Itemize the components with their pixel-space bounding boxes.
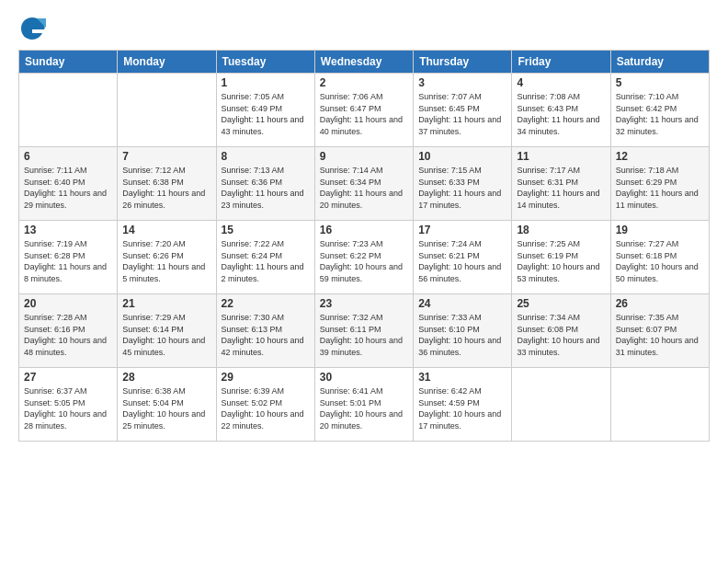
- day-info: Sunrise: 7:33 AM Sunset: 6:10 PM Dayligh…: [418, 312, 506, 358]
- day-info: Sunrise: 7:10 AM Sunset: 6:42 PM Dayligh…: [616, 91, 704, 137]
- day-info: Sunrise: 7:29 AM Sunset: 6:14 PM Dayligh…: [122, 312, 210, 358]
- day-info: Sunrise: 7:20 AM Sunset: 6:26 PM Dayligh…: [122, 238, 210, 284]
- day-number: 15: [222, 224, 310, 236]
- day-info: Sunrise: 7:34 AM Sunset: 6:08 PM Dayligh…: [517, 312, 605, 358]
- logo-icon: [18, 15, 46, 42]
- day-number: 21: [122, 297, 210, 310]
- day-info: Sunrise: 7:12 AM Sunset: 6:38 PM Dayligh…: [122, 165, 210, 211]
- day-info: Sunrise: 6:37 AM Sunset: 5:05 PM Dayligh…: [24, 385, 112, 431]
- day-info: Sunrise: 7:06 AM Sunset: 6:47 PM Dayligh…: [320, 91, 408, 137]
- calendar-day-cell: 7Sunrise: 7:12 AM Sunset: 6:38 PM Daylig…: [118, 147, 216, 221]
- calendar-day-cell: 31Sunrise: 6:42 AM Sunset: 4:59 PM Dayli…: [414, 368, 512, 442]
- calendar-day-cell: 13Sunrise: 7:19 AM Sunset: 6:28 PM Dayli…: [19, 221, 118, 294]
- calendar-week-row: 20Sunrise: 7:28 AM Sunset: 6:16 PM Dayli…: [19, 294, 710, 368]
- day-info: Sunrise: 7:25 AM Sunset: 6:19 PM Dayligh…: [517, 238, 605, 284]
- calendar-day-cell: 25Sunrise: 7:34 AM Sunset: 6:08 PM Dayli…: [512, 294, 610, 368]
- day-info: Sunrise: 6:42 AM Sunset: 4:59 PM Dayligh…: [418, 385, 506, 431]
- calendar-day-cell: 5Sunrise: 7:10 AM Sunset: 6:42 PM Daylig…: [610, 74, 709, 147]
- calendar-day-cell: 23Sunrise: 7:32 AM Sunset: 6:11 PM Dayli…: [314, 294, 413, 368]
- calendar-day-cell: 24Sunrise: 7:33 AM Sunset: 6:10 PM Dayli…: [414, 294, 512, 368]
- day-number: 27: [24, 371, 112, 384]
- calendar-day-cell: 21Sunrise: 7:29 AM Sunset: 6:14 PM Dayli…: [118, 294, 216, 368]
- day-number: 25: [517, 297, 605, 310]
- calendar-day-cell: 8Sunrise: 7:13 AM Sunset: 6:36 PM Daylig…: [216, 147, 314, 221]
- day-number: 6: [24, 150, 112, 163]
- calendar-day-cell: 18Sunrise: 7:25 AM Sunset: 6:19 PM Dayli…: [512, 221, 610, 294]
- header: [18, 15, 710, 42]
- calendar-day-cell: 16Sunrise: 7:23 AM Sunset: 6:22 PM Dayli…: [314, 221, 413, 294]
- day-info: Sunrise: 6:41 AM Sunset: 5:01 PM Dayligh…: [320, 385, 408, 431]
- day-number: 12: [616, 150, 704, 163]
- calendar-week-row: 13Sunrise: 7:19 AM Sunset: 6:28 PM Dayli…: [19, 221, 710, 294]
- calendar-day-cell: [118, 74, 216, 147]
- day-number: 3: [418, 76, 506, 89]
- calendar-day-cell: 20Sunrise: 7:28 AM Sunset: 6:16 PM Dayli…: [19, 294, 118, 368]
- calendar-day-cell: [19, 74, 118, 147]
- calendar-day-cell: 17Sunrise: 7:24 AM Sunset: 6:21 PM Dayli…: [414, 221, 512, 294]
- day-number: 5: [616, 76, 704, 89]
- calendar-day-cell: 22Sunrise: 7:30 AM Sunset: 6:13 PM Dayli…: [216, 294, 314, 368]
- weekday-header-wednesday: Wednesday: [314, 51, 413, 74]
- day-info: Sunrise: 7:23 AM Sunset: 6:22 PM Dayligh…: [320, 238, 408, 284]
- day-number: 26: [616, 297, 704, 310]
- day-number: 18: [517, 224, 605, 236]
- calendar-week-row: 6Sunrise: 7:11 AM Sunset: 6:40 PM Daylig…: [19, 147, 710, 221]
- weekday-header-row: SundayMondayTuesdayWednesdayThursdayFrid…: [19, 51, 710, 74]
- day-info: Sunrise: 7:22 AM Sunset: 6:24 PM Dayligh…: [222, 238, 310, 284]
- calendar-day-cell: 12Sunrise: 7:18 AM Sunset: 6:29 PM Dayli…: [610, 147, 709, 221]
- weekday-header-sunday: Sunday: [19, 51, 118, 74]
- calendar-day-cell: 19Sunrise: 7:27 AM Sunset: 6:18 PM Dayli…: [610, 221, 709, 294]
- day-number: 14: [122, 224, 210, 236]
- day-info: Sunrise: 7:27 AM Sunset: 6:18 PM Dayligh…: [616, 238, 704, 284]
- weekday-header-friday: Friday: [512, 51, 610, 74]
- calendar-day-cell: 11Sunrise: 7:17 AM Sunset: 6:31 PM Dayli…: [512, 147, 610, 221]
- day-number: 24: [418, 297, 506, 310]
- day-info: Sunrise: 7:15 AM Sunset: 6:33 PM Dayligh…: [418, 165, 506, 211]
- calendar-week-row: 27Sunrise: 6:37 AM Sunset: 5:05 PM Dayli…: [19, 368, 710, 442]
- day-info: Sunrise: 7:17 AM Sunset: 6:31 PM Dayligh…: [517, 165, 605, 211]
- day-number: 29: [222, 371, 310, 384]
- calendar-week-row: 1Sunrise: 7:05 AM Sunset: 6:49 PM Daylig…: [19, 74, 710, 147]
- calendar-day-cell: 6Sunrise: 7:11 AM Sunset: 6:40 PM Daylig…: [19, 147, 118, 221]
- calendar-day-cell: 10Sunrise: 7:15 AM Sunset: 6:33 PM Dayli…: [414, 147, 512, 221]
- day-number: 2: [320, 76, 408, 89]
- day-info: Sunrise: 7:30 AM Sunset: 6:13 PM Dayligh…: [222, 312, 310, 358]
- weekday-header-monday: Monday: [118, 51, 216, 74]
- day-number: 20: [24, 297, 112, 310]
- day-info: Sunrise: 6:38 AM Sunset: 5:04 PM Dayligh…: [122, 385, 210, 431]
- day-info: Sunrise: 7:28 AM Sunset: 6:16 PM Dayligh…: [24, 312, 112, 358]
- logo: [18, 15, 50, 42]
- day-number: 17: [418, 224, 506, 236]
- calendar-day-cell: 15Sunrise: 7:22 AM Sunset: 6:24 PM Dayli…: [216, 221, 314, 294]
- calendar-day-cell: [610, 368, 709, 442]
- calendar-day-cell: 4Sunrise: 7:08 AM Sunset: 6:43 PM Daylig…: [512, 74, 610, 147]
- day-number: 30: [320, 371, 408, 384]
- day-info: Sunrise: 7:08 AM Sunset: 6:43 PM Dayligh…: [517, 91, 605, 137]
- day-info: Sunrise: 6:39 AM Sunset: 5:02 PM Dayligh…: [222, 385, 310, 431]
- day-info: Sunrise: 7:14 AM Sunset: 6:34 PM Dayligh…: [320, 165, 408, 211]
- day-info: Sunrise: 7:05 AM Sunset: 6:49 PM Dayligh…: [222, 91, 310, 137]
- weekday-header-thursday: Thursday: [414, 51, 512, 74]
- day-info: Sunrise: 7:11 AM Sunset: 6:40 PM Dayligh…: [24, 165, 112, 211]
- day-number: 9: [320, 150, 408, 163]
- calendar-day-cell: 1Sunrise: 7:05 AM Sunset: 6:49 PM Daylig…: [216, 74, 314, 147]
- day-info: Sunrise: 7:32 AM Sunset: 6:11 PM Dayligh…: [320, 312, 408, 358]
- day-number: 11: [517, 150, 605, 163]
- day-number: 8: [222, 150, 310, 163]
- day-number: 22: [222, 297, 310, 310]
- calendar-table: SundayMondayTuesdayWednesdayThursdayFrid…: [18, 50, 710, 442]
- weekday-header-saturday: Saturday: [610, 51, 709, 74]
- page-container: SundayMondayTuesdayWednesdayThursdayFrid…: [0, 0, 728, 563]
- day-info: Sunrise: 7:18 AM Sunset: 6:29 PM Dayligh…: [616, 165, 704, 211]
- day-info: Sunrise: 7:35 AM Sunset: 6:07 PM Dayligh…: [616, 312, 704, 358]
- day-number: 31: [418, 371, 506, 384]
- calendar-day-cell: 29Sunrise: 6:39 AM Sunset: 5:02 PM Dayli…: [216, 368, 314, 442]
- day-number: 4: [517, 76, 605, 89]
- calendar-day-cell: 3Sunrise: 7:07 AM Sunset: 6:45 PM Daylig…: [414, 74, 512, 147]
- calendar-day-cell: 27Sunrise: 6:37 AM Sunset: 5:05 PM Dayli…: [19, 368, 118, 442]
- day-number: 10: [418, 150, 506, 163]
- calendar-day-cell: [512, 368, 610, 442]
- day-number: 19: [616, 224, 704, 236]
- day-number: 1: [222, 76, 310, 89]
- calendar-day-cell: 28Sunrise: 6:38 AM Sunset: 5:04 PM Dayli…: [118, 368, 216, 442]
